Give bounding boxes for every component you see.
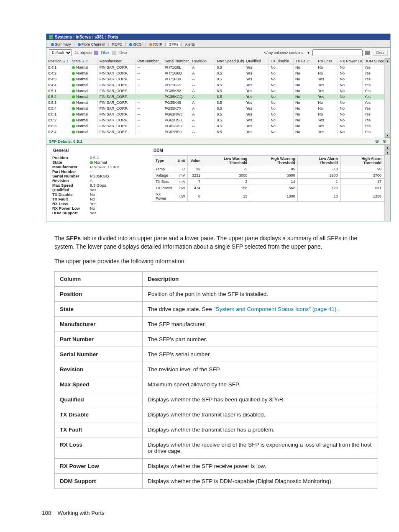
column-desc-table: Column Description PositionPosition of t… — [54, 271, 378, 489]
tab-summary[interactable]: Summary — [49, 41, 73, 47]
grid-header[interactable]: Part Number — [136, 58, 163, 64]
table-row[interactable]: 0:4:1NormalFINISAR_CORP.--PH71G8LA8.5Yes… — [46, 64, 390, 71]
table-row[interactable]: 0:5:3NormalFINISAR_CORP.--PG35K48A8.5Yes… — [46, 100, 390, 105]
grid-header[interactable]: RX Power Low — [338, 58, 363, 64]
ddm-table: TypeUnitValueLow Warning ThresholdHigh W… — [153, 155, 384, 202]
detail-collapse-icon[interactable]: ⦿ ⦿ — [375, 139, 388, 144]
grid-scrollbar[interactable]: ▲ ▼ — [384, 58, 390, 138]
ddm-row: TX BiasmA7214117 — [153, 179, 384, 185]
grid-header[interactable]: RX Loss — [316, 58, 338, 64]
desc-head-column: Column — [55, 271, 143, 286]
status-dot-icon — [72, 119, 75, 122]
table-row[interactable]: 0:8:4NormalFINISAR_CORP.--PG62RS9A8.5Yes… — [46, 129, 390, 135]
general-row: RevisionA — [52, 178, 136, 183]
desc-col: Max Speed — [55, 377, 143, 392]
grid-header[interactable]: Revision — [190, 58, 215, 64]
general-row: TX FaultNo — [52, 197, 136, 201]
sfp-grid[interactable]: Position ▲ 1State ▲ 2ManufacturerPart Nu… — [46, 58, 390, 135]
desc-row: TX FaultDisplays whether the transmit la… — [55, 422, 378, 437]
table-row[interactable]: 0:5:4NormalFINISAR_CORP.--PG35K7XA8.5Yes… — [46, 105, 390, 111]
general-row: DDM SupportYes — [52, 211, 136, 215]
ddm-header: High Alarm Threshold — [340, 156, 384, 166]
grid-header[interactable]: TX Fault — [294, 58, 316, 64]
desc-col: RX Loss — [55, 437, 143, 458]
grid-header[interactable]: Serial Number — [163, 58, 190, 64]
desc-text: The drive cage state. See "System and Co… — [143, 301, 378, 316]
tab-dot-icon — [78, 43, 81, 46]
tab-iscsi[interactable]: iSCSI — [127, 41, 145, 47]
general-heading: General — [53, 148, 136, 153]
desc-col: TX Disable — [55, 407, 143, 422]
grid-header[interactable]: State ▲ 2 — [70, 58, 98, 64]
table-row[interactable]: 0:4:2NormalFINISAR_CORP.--PH71G6QA8.5Yes… — [46, 70, 390, 76]
desc-text: Displays whether the transmit laser is d… — [143, 407, 378, 422]
table-row[interactable]: 0:8:1NormalFINISAR_CORP.--PG62RWJA8.5Yes… — [46, 111, 390, 117]
tab-fibre-channel[interactable]: Fibre Channel — [76, 41, 107, 47]
table-row[interactable]: 0:8:2NormalFINISAR_CORP.--PG62RS3A8.5Yes… — [46, 117, 390, 123]
status-dot-icon — [72, 107, 75, 110]
desc-text: Displays whether the receive end of the … — [143, 437, 378, 458]
desc-col: Qualified — [55, 392, 143, 407]
grid-header[interactable]: Position ▲ 1 — [46, 58, 70, 64]
clear-icon[interactable] — [112, 51, 116, 55]
printer-icon[interactable] — [365, 51, 370, 55]
desc-text: The revision level of the SFP. — [143, 362, 378, 377]
tab-rcfc[interactable]: RCFC — [110, 41, 125, 47]
ddm-row: TempC39-585-1090 — [153, 166, 384, 172]
clear-label[interactable]: Clear — [118, 51, 128, 55]
desc-text: The SFP's part number. — [143, 332, 378, 347]
window-title: Systems : InServs : s381 : Ports — [55, 35, 118, 39]
desc-row: QualifiedDisplays whether the SFP has be… — [55, 392, 378, 407]
grid-header[interactable]: Max Speed (Gbps) — [215, 58, 244, 64]
scroll-up-icon[interactable]: ▲ — [385, 58, 390, 63]
table-row[interactable]: 0:5:1NormalFINISAR_CORP.--PG35K82A8.5Yes… — [46, 88, 390, 94]
table-row[interactable]: 0:5:2NormalFINISAR_CORP.--PG35KGQA8.5Yes… — [46, 94, 390, 100]
grid-header[interactable]: Qualified — [244, 58, 269, 64]
desc-row: DDM SupportDisplays whether the SFP is D… — [55, 473, 378, 488]
desc-row: Max SpeedMaximum speed allowed by the SF… — [55, 377, 378, 392]
table-row[interactable]: 0:8:3NormalFINISAR_CORP.--PG62ARUA8.5Yes… — [46, 123, 390, 129]
filter-input[interactable] — [312, 49, 363, 56]
status-dot-icon — [72, 90, 75, 93]
table-row[interactable]: 0:4:3NormalFINISAR_CORP.--PH71FS0A8.5Yes… — [46, 76, 390, 82]
body-text: The SFPs tab is divided into an upper pa… — [54, 234, 378, 265]
ddm-row: TX PoweruW474158562125631 — [153, 185, 384, 191]
scroll-down-icon[interactable]: ▼ — [385, 133, 390, 138]
tab-alerts[interactable]: Alerts — [183, 41, 197, 47]
general-row: Max Speed8.3 Gbps — [52, 183, 136, 188]
grid-header[interactable]: Manufacturer — [97, 58, 136, 64]
xref-link[interactable]: "System and Component Status Icons" (pag… — [214, 306, 337, 312]
desc-row: RevisionThe revision level of the SFP. — [55, 362, 378, 377]
tab-dot-icon — [149, 43, 152, 46]
status-dot-icon — [72, 72, 75, 75]
desc-text: Displays whether the SFP is DDM-capable … — [143, 473, 378, 488]
status-dot-icon — [72, 113, 75, 116]
clear-button[interactable]: Clear — [373, 50, 388, 56]
table-row[interactable]: 0:4:4NormalFINISAR_CORP.--PH71FASA8.5Yes… — [46, 82, 390, 88]
window-icon — [49, 35, 53, 39]
filter-icon[interactable] — [94, 51, 98, 55]
tab-sfps[interactable]: SFPs — [167, 41, 180, 47]
ddm-header: Low Alarm Threshold — [298, 156, 340, 166]
desc-col: State — [55, 301, 143, 316]
detail-scroll-down-icon[interactable]: ▼ — [385, 150, 390, 155]
ddm-header: High Warning Threshold — [250, 156, 298, 166]
tab-rcip[interactable]: RCIP — [147, 41, 164, 47]
filter-label[interactable]: Filter — [101, 51, 109, 55]
general-panel: General Position0:5:2StateNormalManufact… — [52, 148, 136, 215]
desc-col: TX Fault — [55, 422, 143, 437]
anycol-menu-icon[interactable]: ▼ — [307, 51, 310, 55]
desc-text: The SFP manufacturer. — [143, 316, 378, 332]
desc-text: Displays whether the SFP has been qualif… — [143, 392, 378, 407]
footer-title: Working with Ports — [58, 510, 105, 516]
detail-scrollbar[interactable]: ▲ ▼ — [384, 145, 390, 221]
detail-scroll-up-icon[interactable]: ▲ — [385, 145, 390, 150]
status-dot-icon — [72, 78, 75, 81]
grid-header[interactable]: TX Disable — [269, 58, 294, 64]
desc-row: RX LossDisplays whether the receive end … — [55, 437, 378, 458]
general-row: Part Number-- — [52, 169, 136, 174]
desc-text: Position of the port in which the SFP is… — [143, 286, 378, 301]
status-dot-icon — [72, 95, 75, 98]
status-dot-icon — [72, 66, 75, 69]
scope-select[interactable]: Default — [49, 49, 72, 56]
